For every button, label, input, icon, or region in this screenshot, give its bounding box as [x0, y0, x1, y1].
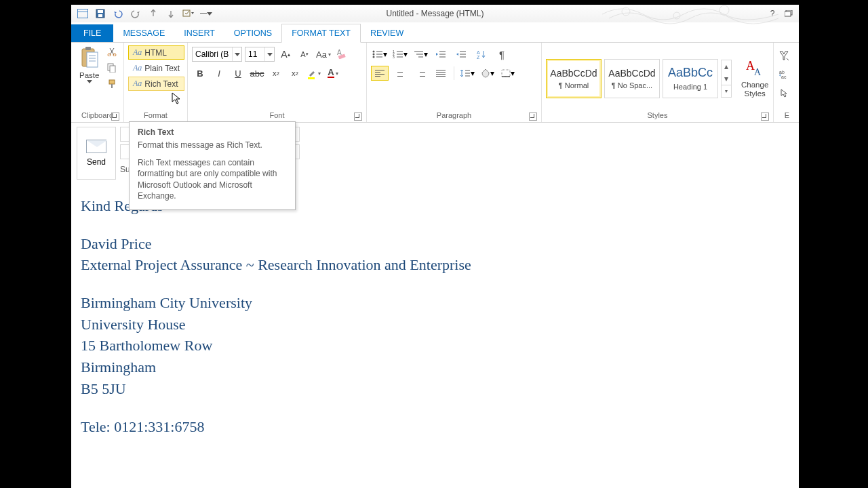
- svg-rect-19: [109, 80, 115, 84]
- qat-more-icon[interactable]: [199, 6, 214, 21]
- font-size-combo[interactable]: [245, 47, 275, 62]
- tab-format-text[interactable]: FORMAT TEXT: [281, 24, 361, 43]
- select-icon[interactable]: [778, 86, 790, 101]
- restore-icon[interactable]: [783, 7, 795, 20]
- font-size-input[interactable]: [245, 47, 264, 61]
- format-group-label: Format: [144, 111, 167, 119]
- subscript-button[interactable]: x2: [268, 66, 284, 81]
- message-body[interactable]: Kind Regards David Price External Projec…: [71, 184, 799, 450]
- tab-options[interactable]: OPTIONS: [224, 24, 281, 42]
- style-no-spacing[interactable]: AaBbCcDd¶ No Spac...: [604, 59, 660, 98]
- tab-review[interactable]: REVIEW: [361, 24, 413, 42]
- styles-dialog-launcher[interactable]: [761, 113, 769, 121]
- tab-insert[interactable]: INSERT: [174, 24, 224, 42]
- signature-role: External Project Assurance ~ Research In…: [81, 255, 789, 275]
- find-icon[interactable]: [778, 48, 790, 63]
- styles-gallery-more[interactable]: ▾: [722, 85, 731, 97]
- svg-text:A: A: [754, 67, 762, 77]
- align-left-button[interactable]: [371, 66, 389, 81]
- underline-button[interactable]: U: [230, 66, 246, 81]
- svg-rect-49: [502, 70, 510, 77]
- tab-message[interactable]: MESSAGE: [113, 24, 174, 42]
- cut-icon[interactable]: [104, 44, 119, 59]
- signature-addr2: University House: [81, 314, 789, 335]
- paragraph-dialog-launcher[interactable]: [529, 113, 537, 121]
- clipboard-dialog-launcher[interactable]: [111, 113, 119, 121]
- font-size-dropdown-icon[interactable]: [264, 47, 274, 61]
- format-rich-button[interactable]: AaRich Text: [128, 77, 184, 91]
- send-button[interactable]: Send: [77, 127, 116, 180]
- format-rich-label: Rich Text: [144, 79, 178, 89]
- qat-customize-icon[interactable]: [181, 6, 196, 21]
- sort-button[interactable]: AZ: [473, 47, 490, 62]
- group-font: A▴ A▾ Aa▾ A B I U abc x2 x2 ▾ A▾ Font: [188, 43, 367, 122]
- styles-gallery-up[interactable]: ▴: [722, 60, 731, 73]
- window-icon[interactable]: [75, 6, 90, 21]
- group-paragraph: ▾ 123▾ ▾ AZ ¶ ▾ ▾ ▾: [367, 43, 542, 122]
- font-name-input[interactable]: [193, 47, 232, 61]
- italic-button[interactable]: I: [211, 66, 227, 81]
- replace-icon[interactable]: abac: [778, 67, 790, 82]
- bullets-button[interactable]: ▾: [371, 47, 389, 62]
- align-right-button[interactable]: [412, 66, 429, 81]
- svg-rect-18: [110, 66, 115, 73]
- quick-access-toolbar: [71, 6, 214, 21]
- decrease-indent-button[interactable]: [432, 47, 450, 62]
- increase-indent-button[interactable]: [452, 47, 470, 62]
- send-label: Send: [87, 157, 106, 167]
- grow-font-button[interactable]: A▴: [277, 47, 294, 62]
- style-normal[interactable]: AaBbCcDd¶ Normal: [546, 59, 601, 98]
- styles-group-label: Styles: [648, 111, 668, 119]
- envelope-icon: [86, 140, 106, 153]
- svg-line-53: [787, 58, 789, 60]
- shrink-font-button[interactable]: A▾: [296, 47, 313, 62]
- undo-icon[interactable]: [111, 6, 125, 21]
- clipboard-group-label: Clipboard: [81, 111, 113, 119]
- ribbon-decoration: [602, 3, 778, 25]
- signature-addr5: B5 5JU: [81, 379, 789, 399]
- strikethrough-button[interactable]: abc: [249, 66, 265, 81]
- font-dialog-launcher[interactable]: [354, 113, 362, 121]
- superscript-button[interactable]: x2: [287, 66, 303, 81]
- format-painter-icon[interactable]: [104, 77, 119, 92]
- save-icon[interactable]: [93, 6, 108, 21]
- tooltip-line-2: Rich Text messages can contain formattin…: [138, 157, 287, 201]
- line-spacing-button[interactable]: ▾: [458, 66, 476, 81]
- outlook-compose-window: Untitled - Message (HTML) ? FILE MESSAGE…: [71, 5, 799, 488]
- style-heading-1[interactable]: AaBbCcHeading 1: [663, 59, 718, 98]
- svg-point-6: [719, 5, 729, 15]
- align-justify-button[interactable]: [432, 66, 450, 81]
- bold-button[interactable]: B: [192, 66, 208, 81]
- svg-point-5: [673, 12, 680, 19]
- font-name-combo[interactable]: [192, 47, 242, 62]
- format-plain-button[interactable]: AaPlain Text: [128, 61, 184, 75]
- copy-icon[interactable]: [104, 60, 119, 75]
- redo-icon[interactable]: [128, 6, 143, 21]
- paragraph-group-label: Paragraph: [437, 111, 471, 119]
- signature-name: David Price: [81, 234, 789, 254]
- change-case-button[interactable]: Aa▾: [315, 47, 332, 62]
- svg-text:Z: Z: [477, 55, 480, 59]
- styles-gallery-down[interactable]: ▾: [722, 73, 731, 85]
- next-item-icon[interactable]: [163, 6, 178, 21]
- paste-button[interactable]: Paste: [75, 44, 103, 86]
- numbering-button[interactable]: 123▾: [391, 47, 409, 62]
- format-html-label: HTML: [144, 48, 167, 58]
- change-styles-button[interactable]: AA Change Styles: [737, 56, 772, 100]
- editing-group-label: E: [785, 111, 789, 119]
- font-group-label: Font: [269, 111, 284, 119]
- align-center-button[interactable]: [391, 66, 409, 81]
- highlight-button[interactable]: ▾: [306, 66, 322, 81]
- font-color-button[interactable]: A▾: [325, 66, 341, 81]
- ribbon-tabs: FILE MESSAGE INSERT OPTIONS FORMAT TEXT …: [71, 22, 799, 43]
- format-html-button[interactable]: AaHTML: [128, 45, 184, 60]
- multilevel-list-button[interactable]: ▾: [412, 47, 429, 62]
- clear-formatting-icon[interactable]: A: [334, 47, 351, 62]
- show-hide-button[interactable]: ¶: [493, 47, 511, 62]
- svg-rect-1: [98, 10, 103, 13]
- prev-item-icon[interactable]: [146, 6, 161, 21]
- borders-button[interactable]: ▾: [499, 66, 517, 81]
- tab-file[interactable]: FILE: [71, 24, 113, 42]
- shading-button[interactable]: ▾: [479, 66, 496, 81]
- font-name-dropdown-icon[interactable]: [232, 47, 241, 61]
